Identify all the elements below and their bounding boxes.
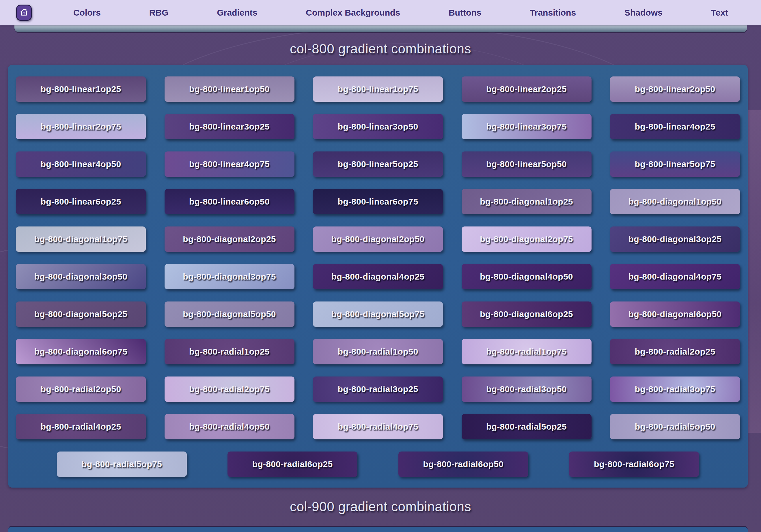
gradient-swatch: bg-800-linear6op50 (164, 189, 294, 214)
swatch-label: bg-800-linear4op50 (41, 159, 121, 169)
previous-panel-bottom-edge (15, 26, 747, 32)
nav-item[interactable]: Text (711, 8, 728, 18)
swatch-label: bg-800-linear1op50 (189, 84, 270, 94)
section-title-col900: col-900 gradient combinations (0, 488, 761, 526)
gradient-swatch: bg-800-diagonal2op25 (164, 227, 294, 252)
gradient-swatch: bg-800-linear4op50 (16, 151, 146, 177)
gradient-swatch: bg-800-radial6op25 (227, 452, 357, 477)
gradient-swatch: bg-800-diagonal1op50 (610, 189, 740, 214)
swatch-label: bg-800-diagonal1op50 (628, 197, 722, 207)
swatch-label: bg-800-linear3op75 (486, 122, 567, 132)
gradient-swatch: bg-800-linear3op50 (313, 114, 443, 139)
gradient-swatch: bg-800-diagonal6op75 (16, 339, 146, 364)
swatch-label: bg-800-radial2op25 (635, 347, 715, 356)
gradient-swatch: bg-800-radial1op75 (462, 339, 592, 364)
gradient-swatch: bg-800-linear6op75 (313, 189, 443, 214)
nav-item[interactable]: RBG (149, 8, 169, 18)
swatch-label: bg-800-radial1op25 (189, 347, 270, 356)
swatch-bottom-row: bg-800-radial5op75 bg-800-radial6op25 bg… (16, 452, 740, 477)
swatch-label: bg-800-linear4op25 (635, 122, 715, 132)
gradient-swatch: bg-800-diagonal4op25 (313, 264, 443, 290)
swatch-label: bg-800-diagonal4op50 (480, 272, 573, 282)
gradient-swatch: bg-800-linear2op50 (610, 77, 740, 102)
swatch-label: bg-800-linear5op25 (338, 159, 418, 169)
gradient-swatch: bg-800-radial6op75 (569, 452, 699, 477)
nav-item[interactable]: Buttons (449, 8, 481, 18)
gradient-swatch: bg-800-diagonal3op75 (164, 264, 294, 290)
swatch-label: bg-800-radial5op75 (82, 459, 162, 469)
swatch-label: bg-800-diagonal2op50 (331, 234, 425, 244)
gradient-swatch: bg-800-diagonal1op75 (16, 227, 146, 252)
gradient-swatch: bg-800-diagonal6op25 (462, 301, 592, 327)
gradient-swatch: bg-800-radial5op50 (610, 414, 740, 439)
nav-item[interactable]: Complex Backgrounds (306, 8, 400, 18)
swatch-label: bg-800-radial6op50 (423, 459, 503, 469)
gradient-swatch: bg-800-diagonal2op75 (462, 227, 592, 252)
gradient-swatch: bg-800-radial5op25 (462, 414, 592, 439)
nav-item[interactable]: Gradients (217, 8, 257, 18)
swatch-label: bg-800-diagonal2op25 (183, 234, 276, 244)
gradient-swatch: bg-800-diagonal1op25 (462, 189, 592, 214)
swatch-label: bg-800-radial6op75 (594, 459, 674, 469)
swatch-label: bg-800-radial1op75 (486, 347, 567, 356)
swatch-grid: bg-800-linear1op25 bg-800-linear1op50 bg… (16, 77, 740, 439)
gradient-swatch: bg-800-diagonal5op50 (164, 301, 294, 327)
nav-item[interactable]: Transitions (530, 8, 576, 18)
gradient-swatch: bg-800-linear5op75 (610, 151, 740, 177)
gradient-panel-col800: bg-800-linear1op25 bg-800-linear1op50 bg… (8, 65, 748, 488)
gradient-swatch: bg-800-linear1op75 (313, 77, 443, 102)
swatch-label: bg-800-diagonal1op25 (480, 197, 573, 207)
top-navigation-bar: Colors RBG Gradients Complex Backgrounds… (0, 0, 761, 26)
swatch-label: bg-800-radial2op50 (41, 384, 121, 394)
gradient-swatch: bg-800-radial4op50 (164, 414, 294, 439)
swatch-label: bg-800-radial1op50 (338, 347, 418, 356)
swatch-label: bg-800-diagonal5op50 (183, 309, 276, 319)
gradient-swatch: bg-800-radial2op75 (164, 377, 294, 402)
gradient-swatch: bg-800-diagonal3op25 (610, 227, 740, 252)
swatch-label: bg-800-radial3op75 (635, 384, 715, 394)
gradient-swatch: bg-800-radial6op50 (398, 452, 528, 477)
gradient-swatch: bg-800-radial3op75 (610, 377, 740, 402)
gradient-swatch: bg-800-radial3op25 (313, 377, 443, 402)
swatch-label: bg-800-linear2op50 (635, 84, 715, 94)
swatch-label: bg-800-linear6op50 (189, 197, 270, 207)
swatch-label: bg-800-diagonal3op50 (34, 272, 128, 282)
gradient-swatch: bg-800-radial2op50 (16, 377, 146, 402)
swatch-label: bg-800-linear6op75 (338, 197, 418, 207)
gradient-swatch: bg-800-radial5op75 (57, 452, 187, 477)
gradient-swatch: bg-800-linear4op75 (164, 151, 294, 177)
swatch-label: bg-800-radial4op75 (338, 422, 418, 432)
gradient-swatch: bg-800-linear4op25 (610, 114, 740, 139)
swatch-label: bg-800-diagonal3op75 (183, 272, 276, 282)
swatch-label: bg-800-linear1op75 (338, 84, 418, 94)
gradient-swatch: bg-800-radial1op50 (313, 339, 443, 364)
gradient-swatch: bg-800-diagonal6op50 (610, 301, 740, 327)
swatch-label: bg-800-radial3op25 (338, 384, 418, 394)
gradient-swatch: bg-800-linear3op75 (462, 114, 592, 139)
swatch-label: bg-800-diagonal4op75 (628, 272, 722, 282)
swatch-label: bg-800-diagonal2op75 (480, 234, 573, 244)
swatch-label: bg-800-diagonal6op25 (480, 309, 573, 319)
section-title-col800: col-800 gradient combinations (0, 32, 761, 65)
swatch-label: bg-800-diagonal6op75 (34, 347, 128, 356)
background-texture-strip (748, 110, 761, 433)
gradient-swatch: bg-800-linear5op25 (313, 151, 443, 177)
swatch-label: bg-800-linear6op25 (41, 197, 121, 207)
gradient-swatch: bg-800-diagonal5op75 (313, 301, 443, 327)
swatch-label: bg-800-linear3op50 (338, 122, 418, 132)
gradient-swatch: bg-800-diagonal3op50 (16, 264, 146, 290)
gradient-swatch: bg-800-linear3op25 (164, 114, 294, 139)
gradient-swatch: bg-800-linear2op75 (16, 114, 146, 139)
swatch-label: bg-800-radial2op75 (189, 384, 270, 394)
next-panel-top-edge (8, 526, 748, 532)
nav-item[interactable]: Shadows (624, 8, 663, 18)
swatch-label: bg-800-diagonal5op75 (331, 309, 425, 319)
gradient-swatch: bg-800-radial3op50 (462, 377, 592, 402)
swatch-label: bg-800-diagonal3op25 (628, 234, 722, 244)
home-button[interactable] (16, 5, 32, 21)
swatch-label: bg-800-linear5op75 (635, 159, 715, 169)
swatch-label: bg-800-linear2op75 (41, 122, 121, 132)
swatch-label: bg-800-radial5op25 (486, 422, 567, 432)
nav-item[interactable]: Colors (73, 8, 101, 18)
gradient-swatch: bg-800-diagonal2op50 (313, 227, 443, 252)
